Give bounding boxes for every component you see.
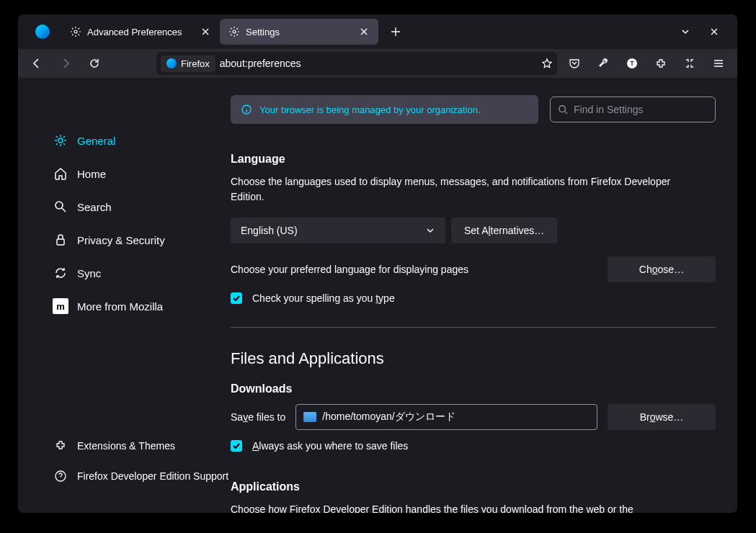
choose-language-button[interactable]: Choose… xyxy=(608,256,716,282)
back-button[interactable] xyxy=(25,52,48,75)
svg-text:T: T xyxy=(630,60,634,67)
settings-sidebar: General Home Search Privacy & Security xyxy=(18,78,231,513)
sidebar-item-label: Search xyxy=(77,201,112,213)
svg-point-4 xyxy=(58,138,63,143)
tab-bar: Advanced Preferences Settings xyxy=(18,14,737,49)
close-icon[interactable] xyxy=(357,24,371,39)
sidebar-item-label: General xyxy=(77,135,115,147)
sidebar-link-extensions[interactable]: Extensions & Themes xyxy=(53,431,231,461)
folder-icon xyxy=(303,412,316,422)
settings-main: Your browser is being managed by your or… xyxy=(231,78,737,513)
sidebar-item-search[interactable]: Search xyxy=(53,190,231,223)
firefox-logo-icon xyxy=(166,58,177,68)
tab-title: Settings xyxy=(246,27,280,37)
sidebar-item-general[interactable]: General xyxy=(53,124,231,157)
search-placeholder: Find in Settings xyxy=(574,104,644,115)
svg-point-0 xyxy=(74,30,77,33)
url-text: about:preferences xyxy=(220,58,537,69)
check-spelling-label: Check your spelling as you type xyxy=(252,292,716,304)
downloads-heading: Downloads xyxy=(231,382,716,395)
sidebar-item-label: Sync xyxy=(77,267,101,279)
puzzle-icon xyxy=(53,438,68,454)
sidebar-item-label: Privacy & Security xyxy=(77,234,165,246)
menu-icon[interactable] xyxy=(707,52,730,75)
sidebar-item-label: More from Mozilla xyxy=(77,300,163,313)
wrench-icon[interactable] xyxy=(592,52,615,75)
screenshot-icon[interactable] xyxy=(678,52,701,75)
settings-search-input[interactable]: Find in Settings xyxy=(550,97,716,122)
bookmark-star-icon[interactable] xyxy=(541,58,553,69)
download-path-input[interactable]: /home/tomoyan/ダウンロード xyxy=(295,404,597,430)
org-managed-banner[interactable]: Your browser is being managed by your or… xyxy=(231,95,538,124)
search-icon xyxy=(53,199,68,215)
extensions-icon[interactable] xyxy=(649,52,672,75)
reload-button[interactable] xyxy=(83,52,106,75)
url-identity-box[interactable]: Firefox xyxy=(161,55,215,72)
sync-icon xyxy=(53,265,68,281)
chevron-down-icon xyxy=(425,225,435,236)
url-bar[interactable]: Firefox about:preferences xyxy=(156,52,557,75)
lock-icon xyxy=(53,232,68,248)
account-icon[interactable]: T xyxy=(621,52,644,75)
always-ask-label: Always ask you where to save files xyxy=(252,440,716,452)
svg-point-9 xyxy=(559,106,566,112)
section-divider xyxy=(231,327,716,328)
sidebar-link-label: Extensions & Themes xyxy=(77,440,175,452)
applications-desc: Choose how Firefox Developer Edition han… xyxy=(231,502,692,513)
sidebar-link-support[interactable]: Firefox Developer Edition Support xyxy=(53,461,231,491)
browse-button[interactable]: Browse… xyxy=(608,404,716,430)
pocket-icon[interactable] xyxy=(563,52,586,75)
mozilla-icon: m xyxy=(53,298,68,314)
close-icon[interactable] xyxy=(198,24,213,39)
sidebar-item-home[interactable]: Home xyxy=(53,157,231,190)
new-tab-button[interactable] xyxy=(384,20,407,43)
svg-rect-6 xyxy=(57,239,64,245)
url-identity-label: Firefox xyxy=(181,58,210,69)
language-selected: English (US) xyxy=(241,225,298,236)
gear-icon xyxy=(70,26,81,37)
sidebar-item-more-mozilla[interactable]: m More from Mozilla xyxy=(53,290,231,323)
org-banner-text: Your browser is being managed by your or… xyxy=(259,104,481,115)
set-alternatives-button[interactable]: Set Alternatives… xyxy=(451,218,557,243)
sidebar-item-privacy[interactable]: Privacy & Security xyxy=(53,223,231,256)
svg-point-1 xyxy=(233,30,236,33)
always-ask-checkbox[interactable] xyxy=(231,440,242,452)
sidebar-link-label: Firefox Developer Edition Support xyxy=(77,470,228,482)
question-icon xyxy=(53,468,68,484)
preferred-language-label: Choose your preferred language for displ… xyxy=(231,264,597,275)
language-desc: Choose the languages used to display men… xyxy=(231,174,692,205)
sidebar-item-label: Home xyxy=(77,168,106,180)
tab-advanced-prefs[interactable]: Advanced Preferences xyxy=(61,19,220,45)
language-heading: Language xyxy=(231,153,716,166)
tab-title: Advanced Preferences xyxy=(87,27,182,37)
gear-icon xyxy=(53,133,68,148)
files-apps-heading: Files and Applications xyxy=(231,349,716,368)
firefox-logo-icon xyxy=(24,14,61,49)
tab-settings[interactable]: Settings xyxy=(220,19,378,45)
download-path-text: /home/tomoyan/ダウンロード xyxy=(322,411,455,424)
forward-button[interactable] xyxy=(54,52,77,75)
info-icon xyxy=(241,104,252,115)
home-icon xyxy=(53,166,68,182)
sidebar-item-sync[interactable]: Sync xyxy=(53,256,231,290)
list-tabs-button[interactable] xyxy=(677,23,694,40)
check-spelling-checkbox[interactable] xyxy=(231,292,242,304)
nav-toolbar: Firefox about:preferences T xyxy=(18,49,737,78)
svg-point-5 xyxy=(55,202,63,209)
save-files-label: Save files to xyxy=(231,411,285,423)
applications-heading: Applications xyxy=(231,480,716,493)
window-close-button[interactable] xyxy=(706,23,723,40)
search-icon xyxy=(558,104,568,115)
gear-icon xyxy=(228,26,240,37)
language-select[interactable]: English (US) xyxy=(231,218,445,243)
